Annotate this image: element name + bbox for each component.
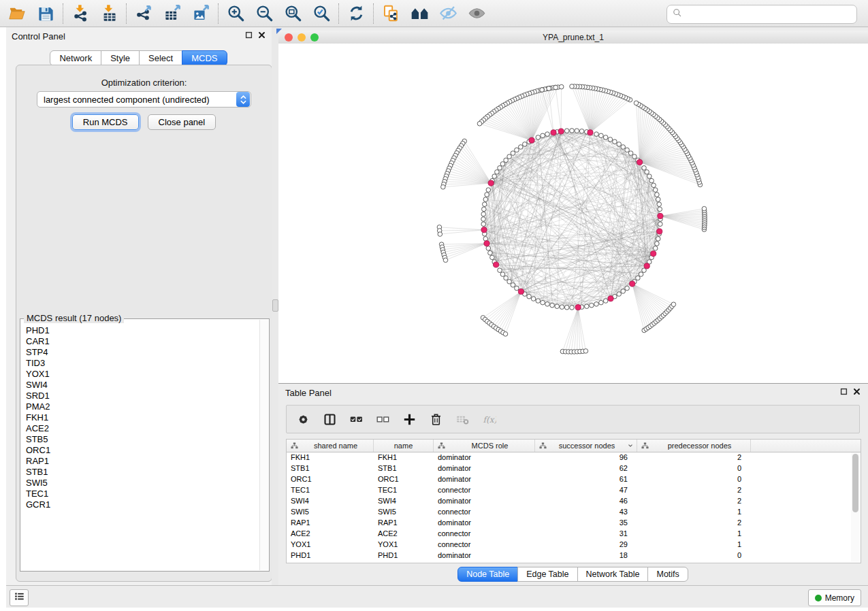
trash-button[interactable] xyxy=(425,408,446,430)
import-table-button[interactable] xyxy=(95,2,123,25)
mcds-result-scrollbar[interactable] xyxy=(259,320,268,570)
zoom-selected-button[interactable] xyxy=(307,2,336,25)
column-label: MCDS role xyxy=(445,442,534,450)
result-node-item[interactable]: GCR1 xyxy=(26,499,259,510)
table-row[interactable]: FKH1FKH1dominator962 xyxy=(287,452,851,463)
table-row[interactable]: ORC1ORC1dominator610 xyxy=(287,474,851,484)
result-node-item[interactable]: STB1 xyxy=(26,467,259,478)
column-header-shared-name[interactable]: shared name xyxy=(287,440,374,452)
result-node-item[interactable]: ORC1 xyxy=(26,445,259,456)
memory-button[interactable]: Memory xyxy=(808,589,861,606)
table-row[interactable]: RAP1RAP1dominator352 xyxy=(287,517,851,528)
first-neighbors-button[interactable] xyxy=(405,2,434,25)
float-panel-icon[interactable] xyxy=(839,386,848,399)
splitter-grip[interactable] xyxy=(272,299,278,312)
open-folder-button[interactable] xyxy=(3,2,31,25)
result-node-item[interactable]: TEC1 xyxy=(26,489,259,499)
table-scrollbar-thumb[interactable] xyxy=(852,454,858,512)
result-node-item[interactable]: SWI4 xyxy=(26,380,259,391)
apply-layout-button[interactable] xyxy=(342,2,370,25)
table-cell: 0 xyxy=(637,474,751,484)
result-node-item[interactable]: YOX1 xyxy=(26,369,259,380)
zoom-out-button[interactable] xyxy=(250,2,278,25)
main-area: YPA_prune.txt_1 Table Panel f(x) shared … xyxy=(278,27,868,585)
tab-style[interactable]: Style xyxy=(101,50,140,66)
add-button[interactable] xyxy=(399,408,419,430)
tab-edge-table[interactable]: Edge Table xyxy=(517,567,577,582)
network-canvas[interactable] xyxy=(278,44,868,383)
result-node-item[interactable]: FKH1 xyxy=(26,412,259,423)
table-cell: PHD1 xyxy=(287,550,374,561)
result-node-item[interactable]: TID3 xyxy=(26,358,259,369)
split-view-button[interactable] xyxy=(319,408,340,430)
result-node-item[interactable]: CAR1 xyxy=(26,336,259,347)
zoom-fit-button[interactable] xyxy=(278,2,307,25)
table-cell: 29 xyxy=(535,539,637,550)
table-scrollbar[interactable] xyxy=(851,452,860,562)
result-node-item[interactable]: SRD1 xyxy=(26,391,259,401)
deselect-all-button[interactable] xyxy=(372,408,393,430)
close-panel-icon[interactable] xyxy=(257,30,266,42)
save-button[interactable] xyxy=(31,2,60,25)
column-header-name[interactable]: name xyxy=(374,440,434,452)
table-row[interactable]: SWI4SWI4dominator462 xyxy=(287,495,851,506)
tab-motifs[interactable]: Motifs xyxy=(647,567,688,582)
search-input[interactable] xyxy=(686,7,856,22)
column-header-predecessor-nodes[interactable]: predecessor nodes xyxy=(637,440,751,452)
float-panel-icon[interactable] xyxy=(244,30,253,42)
table-row[interactable]: SWI5SWI5connector431 xyxy=(287,506,851,517)
tab-node-table[interactable]: Node Table xyxy=(457,567,518,582)
toolbar-group xyxy=(376,2,491,25)
table-cell: YOX1 xyxy=(374,539,434,550)
export-table-button[interactable] xyxy=(158,2,187,25)
table-cell: connector xyxy=(434,539,535,550)
close-panel-button[interactable]: Close panel xyxy=(148,114,216,130)
control-panel-titlebar: Control Panel xyxy=(6,27,272,45)
table-cell: TEC1 xyxy=(287,484,374,495)
column-header-successor-nodes[interactable]: successor nodes xyxy=(535,440,637,452)
table-cell: connector xyxy=(434,506,535,517)
attribute-tree-icon xyxy=(291,442,298,450)
table-cell: TEC1 xyxy=(374,484,434,495)
result-node-item[interactable]: STB5 xyxy=(26,434,259,445)
gear-button[interactable] xyxy=(293,408,313,430)
memory-status-icon xyxy=(815,595,822,601)
result-node-item[interactable]: PMA2 xyxy=(26,401,259,412)
table-row[interactable]: ACE2ACE2connector311 xyxy=(287,528,851,539)
table-row[interactable]: TEC1TEC1connector472 xyxy=(287,484,851,495)
tab-network[interactable]: Network xyxy=(50,50,101,66)
mcds-result-list[interactable]: PHD1CAR1STP4TID3YOX1SWI4SRD1PMA2FKH1ACE2… xyxy=(21,320,259,570)
table-row[interactable]: STB1STB1dominator620 xyxy=(287,463,851,474)
table-cell: SWI5 xyxy=(287,506,374,517)
table-row[interactable]: YOX1YOX1connector291 xyxy=(287,539,851,550)
new-network-selection-button[interactable] xyxy=(376,2,405,25)
export-image-button[interactable] xyxy=(187,2,215,25)
select-all-button[interactable] xyxy=(346,408,366,430)
show-all-icon xyxy=(468,4,486,22)
zoom-in-button[interactable] xyxy=(221,2,250,25)
export-image-icon xyxy=(192,4,210,22)
hide-selected-icon xyxy=(439,4,457,22)
result-node-item[interactable]: PHD1 xyxy=(26,325,259,336)
table-row[interactable]: PHD1PHD1dominator180 xyxy=(287,550,851,561)
main-toolbar xyxy=(0,0,868,27)
import-network-button[interactable] xyxy=(66,2,95,25)
tab-network-table[interactable]: Network Table xyxy=(577,567,649,582)
show-panels-button[interactable] xyxy=(10,589,29,606)
result-node-item[interactable]: RAP1 xyxy=(26,456,259,467)
run-mcds-button[interactable]: Run MCDS xyxy=(72,114,139,130)
column-menu-chevron-icon[interactable] xyxy=(627,442,634,449)
result-node-item[interactable]: SWI5 xyxy=(26,478,259,489)
show-all-button[interactable] xyxy=(462,2,491,25)
column-header-MCDS-role[interactable]: MCDS role xyxy=(434,440,535,452)
hide-selected-button[interactable] xyxy=(434,2,462,25)
result-node-item[interactable]: STP4 xyxy=(26,347,259,358)
export-network-button[interactable] xyxy=(129,2,158,25)
table-cell: 31 xyxy=(535,528,637,539)
tab-select[interactable]: Select xyxy=(139,50,182,66)
result-node-item[interactable]: ACE2 xyxy=(26,423,259,434)
criterion-dropdown[interactable]: largest connected component (undirected) xyxy=(37,91,251,108)
mcds-result-group: MCDS result (17 nodes) PHD1CAR1STP4TID3Y… xyxy=(20,318,270,572)
tab-mcds[interactable]: MCDS xyxy=(182,50,227,66)
close-panel-icon[interactable] xyxy=(852,386,861,399)
